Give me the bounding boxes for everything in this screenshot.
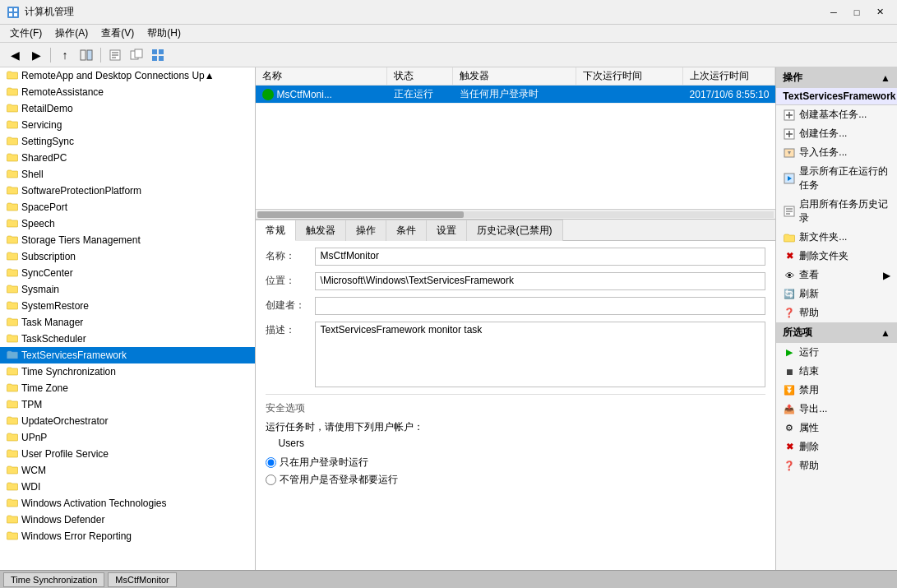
show-hide-button[interactable]: [76, 45, 96, 65]
tree-item-synccenter[interactable]: SyncCenter: [0, 265, 255, 281]
task-row[interactable]: MsCtfMoni... 正在运行 当任何用户登录时 2017/10/6 8:5…: [256, 86, 776, 104]
scroll-thumb[interactable]: [257, 211, 465, 218]
sidebar-enable-history[interactable]: 启用所有任务历史记录: [776, 195, 897, 228]
tab-general[interactable]: 常规: [256, 220, 296, 241]
sidebar-import[interactable]: 导入任务...: [776, 143, 897, 162]
sidebar-run[interactable]: ▶ 运行: [776, 343, 897, 362]
tree-item-textservicesframework[interactable]: TextServicesFramework: [0, 347, 255, 363]
taskbar-item-msctfmonitor[interactable]: MsCtfMonitor: [108, 572, 176, 587]
import-label: 导入任务...: [799, 146, 847, 160]
menu-file[interactable]: 文件(F): [3, 25, 49, 42]
tab-history[interactable]: 历史记录(已禁用): [467, 220, 563, 241]
tree-item-userprofile[interactable]: User Profile Service: [0, 446, 255, 462]
folder-svg: [7, 136, 18, 146]
selected-collapse-icon[interactable]: ▲: [881, 327, 890, 339]
tree-item-taskscheduler[interactable]: TaskScheduler: [0, 331, 255, 347]
sidebar-tsf-header[interactable]: TextServicesFramework ▲: [776, 88, 897, 105]
task-cell-lastrun: 2017/10/6 8:55:10: [683, 87, 776, 102]
maximize-button[interactable]: □: [846, 4, 867, 21]
sidebar-properties[interactable]: ⚙ 属性: [776, 419, 897, 438]
tree-item-updateorchestrator[interactable]: UpdateOrchestrator: [0, 413, 255, 429]
detail-value-location[interactable]: \Microsoft\Windows\TextServicesFramework: [315, 272, 766, 290]
sidebar-delete[interactable]: ✖ 删除: [776, 438, 897, 456]
menu-action[interactable]: 操作(A): [49, 25, 95, 42]
tree-item-label: RetailDemo: [21, 103, 73, 114]
tab-conditions[interactable]: 条件: [386, 220, 427, 241]
col-header-lastrun[interactable]: 上次运行时间: [683, 67, 776, 85]
tree-item-retaildemo[interactable]: RetailDemo: [0, 100, 255, 117]
tree-item-softwareprotection[interactable]: SoftwareProtectionPlatform: [0, 183, 255, 199]
properties-button-2[interactable]: [127, 45, 146, 65]
collapse-icon[interactable]: ▲: [881, 72, 890, 84]
tree-item-spaceport[interactable]: SpacePort: [0, 199, 255, 215]
radio-always[interactable]: [266, 475, 276, 485]
properties-button-1[interactable]: [105, 45, 125, 65]
detail-value-desc[interactable]: TextServicesFramework monitor task: [315, 322, 766, 387]
detail-value-name[interactable]: MsCtfMonitor: [315, 248, 766, 266]
tree-item-subscription[interactable]: Subscription: [0, 248, 255, 265]
col-header-nextrun[interactable]: 下次运行时间: [576, 67, 683, 85]
tree-item-remoteassistance[interactable]: RemoteAssistance: [0, 84, 255, 100]
menu-view[interactable]: 查看(V): [95, 25, 141, 42]
tree-item-windowserrorreporting[interactable]: Windows Error Reporting: [0, 528, 255, 544]
tree-item-shell[interactable]: Shell: [0, 166, 255, 183]
tree-item-timesync[interactable]: Time Synchronization: [0, 363, 255, 380]
col-header-name[interactable]: 名称: [256, 67, 387, 85]
sidebar-new-folder[interactable]: 新文件夹...: [776, 228, 897, 247]
tree-item-servicing[interactable]: Servicing: [0, 117, 255, 133]
tree-item-storagetiers[interactable]: Storage Tiers Management: [0, 232, 255, 248]
svg-rect-16: [159, 56, 164, 61]
sidebar-end[interactable]: ⏹ 结束: [776, 362, 897, 381]
radio-logged-on[interactable]: [266, 457, 276, 468]
sidebar-export[interactable]: 📤 导出...: [776, 400, 897, 419]
tree-item-remoteapp[interactable]: RemoteApp and Desktop Connections Up▲: [0, 67, 255, 84]
tree-item-sysmain[interactable]: Sysmain: [0, 281, 255, 298]
tab-actions[interactable]: 操作: [346, 220, 386, 241]
taskbar-item-timesync[interactable]: Time Synchronization: [3, 572, 104, 587]
tree-item-speech[interactable]: Speech: [0, 215, 255, 232]
tree-item-upnp[interactable]: UPnP: [0, 429, 255, 446]
menu-help[interactable]: 帮助(H): [141, 25, 187, 42]
forward-button[interactable]: ▶: [26, 45, 46, 65]
tree-item-wdi[interactable]: WDI: [0, 479, 255, 495]
col-header-trigger[interactable]: 触发器: [453, 67, 576, 85]
tab-triggers[interactable]: 触发器: [296, 220, 346, 241]
minimize-button[interactable]: ─: [823, 4, 844, 21]
radio-option-2[interactable]: 不管用户是否登录都要运行: [266, 473, 766, 487]
col-header-status[interactable]: 状态: [387, 67, 453, 85]
task-list-scrollbar[interactable]: [256, 209, 776, 219]
close-button[interactable]: ✕: [869, 4, 890, 21]
folder-svg: [7, 185, 18, 195]
sidebar-help-1[interactable]: ❓ 帮助: [776, 303, 897, 322]
svg-rect-5: [81, 50, 86, 60]
tree-item-label: Time Synchronization: [21, 366, 116, 377]
sidebar-view[interactable]: 👁 查看 ▶: [776, 266, 897, 285]
detail-value-author[interactable]: [315, 297, 766, 315]
tree-item-timezone[interactable]: Time Zone: [0, 380, 255, 396]
tree-item-tpm[interactable]: TPM: [0, 396, 255, 413]
toolbar-separator-1: [50, 48, 51, 63]
sidebar-selected-title: 所选项 ▲: [776, 322, 897, 343]
sidebar-refresh[interactable]: 🔄 刷新: [776, 285, 897, 303]
tab-settings[interactable]: 设置: [427, 220, 467, 241]
up-button[interactable]: ↑: [55, 45, 75, 65]
radio-option-1[interactable]: 只在用户登录时运行: [266, 456, 766, 470]
sidebar-create-basic[interactable]: 创建基本任务...: [776, 105, 897, 124]
tree-item-wcm[interactable]: WCM: [0, 462, 255, 479]
tree-item-settingsync[interactable]: SettingSync: [0, 133, 255, 150]
left-panel[interactable]: RemoteApp and Desktop Connections Up▲ Re…: [0, 67, 256, 570]
sidebar-create-task[interactable]: 创建任务...: [776, 124, 897, 143]
tree-item-taskmanager[interactable]: Task Manager: [0, 314, 255, 331]
scroll-track[interactable]: [257, 211, 774, 218]
tree-item-windowsactivation[interactable]: Windows Activation Technologies: [0, 495, 255, 512]
sidebar-disable[interactable]: ⏬ 禁用: [776, 381, 897, 400]
task-list-body[interactable]: MsCtfMoni... 正在运行 当任何用户登录时 2017/10/6 8:5…: [256, 86, 776, 209]
back-button[interactable]: ◀: [5, 45, 25, 65]
sidebar-show-running[interactable]: 显示所有正在运行的任务: [776, 162, 897, 195]
tree-item-systemrestore[interactable]: SystemRestore: [0, 298, 255, 314]
properties-button-3[interactable]: [148, 45, 168, 65]
sidebar-help-2[interactable]: ❓ 帮助: [776, 456, 897, 475]
sidebar-delete-folder[interactable]: ✖ 删除文件夹: [776, 247, 897, 266]
tree-item-sharedpc[interactable]: SharedPC: [0, 150, 255, 166]
tree-item-windowsdefender[interactable]: Windows Defender: [0, 512, 255, 528]
